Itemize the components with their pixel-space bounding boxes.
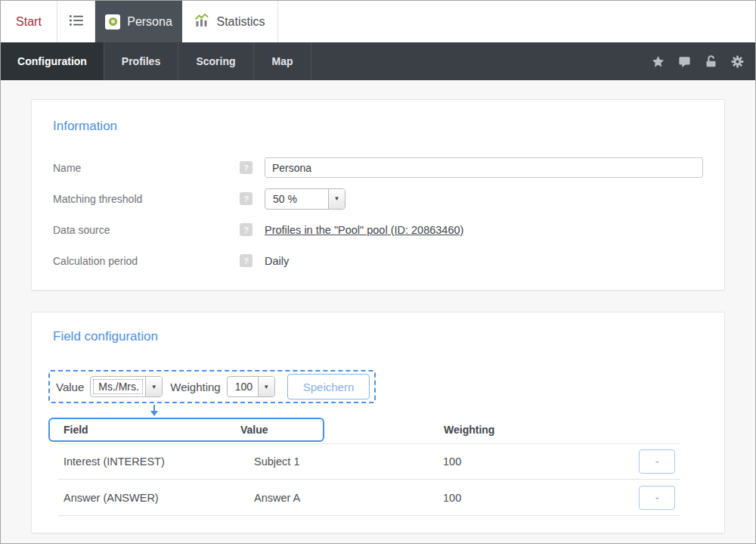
field-configuration-title: Field configuration (32, 312, 724, 344)
nav-item-label: Scoring (196, 55, 235, 67)
cell-weighting: 100 (443, 455, 639, 468)
navbar-spacer (311, 42, 651, 80)
help-icon[interactable]: ? (240, 254, 253, 267)
main-content: Information Name ? Matching threshold ? … (1, 80, 755, 533)
tab-persona[interactable]: Persona (95, 1, 182, 42)
information-panel: Information Name ? Matching threshold ? … (31, 99, 725, 291)
star-icon[interactable] (651, 54, 665, 69)
chevron-down-icon: ▼ (328, 189, 345, 209)
nav-item-scoring[interactable]: Scoring (178, 42, 254, 80)
nav-item-map[interactable]: Map (254, 42, 311, 80)
name-row: Name ? (53, 152, 703, 183)
tab-start[interactable]: Start (1, 1, 57, 42)
information-rows: Name ? Matching threshold ? 50 % ▼ (32, 134, 724, 290)
value-select[interactable]: Ms./Mrs. ▼ (90, 376, 163, 397)
data-source-row: Data source ? Profiles in the "Pool" poo… (53, 214, 703, 245)
calculation-period-value: Daily (265, 255, 289, 267)
value-label: Value (54, 381, 84, 393)
column-header-field: Field (50, 424, 240, 436)
table-row: Interest (INTEREST) Subject 1 100 - (58, 443, 680, 480)
comment-icon[interactable] (677, 54, 692, 69)
list-icon (68, 13, 85, 31)
app-window: Start Persona (0, 0, 756, 544)
table-header-highlight: Field Value (48, 418, 324, 442)
table-row: Answer (ANSWER) Answer A 100 - (58, 480, 680, 516)
tab-persona-label: Persona (127, 15, 172, 29)
cell-value: Subject 1 (254, 455, 443, 468)
remove-row-button[interactable]: - (639, 486, 675, 510)
field-configuration-body: Value Ms./Mrs. ▼ Weighting 100 ▼ Speiche… (32, 344, 724, 533)
statistics-chart-icon (194, 13, 209, 31)
field-configuration-panel: Field configuration Value Ms./Mrs. ▼ Wei… (31, 312, 725, 533)
gear-icon[interactable] (730, 54, 745, 69)
save-button[interactable]: Speichern (287, 374, 370, 399)
persona-icon (105, 14, 120, 30)
column-header-weighting: Weighting (444, 418, 494, 442)
name-label: Name (53, 162, 240, 174)
value-select-value: Ms./Mrs. (91, 377, 145, 396)
annotation-arrow (150, 405, 159, 416)
nav-item-profiles[interactable]: Profiles (104, 42, 178, 80)
tab-start-label: Start (16, 15, 42, 29)
weighting-label: Weighting (169, 381, 220, 393)
cell-weighting: 100 (443, 492, 639, 504)
table-header-row: Field Value Weighting (48, 418, 708, 442)
matching-threshold-value: 50 % (265, 189, 328, 209)
cell-field: Answer (ANSWER) (64, 492, 254, 504)
cell-value: Answer A (254, 492, 443, 504)
weighting-select-value: 100 (228, 377, 258, 396)
data-source-label: Data source (53, 224, 240, 236)
help-icon[interactable]: ? (240, 161, 253, 174)
weighting-select[interactable]: 100 ▼ (227, 376, 275, 397)
calculation-period-row: Calculation period ? Daily (53, 245, 703, 276)
tab-list-menu[interactable] (57, 1, 95, 42)
remove-row-button[interactable]: - (639, 449, 675, 474)
name-input[interactable] (265, 157, 703, 178)
nav-item-label: Profiles (122, 55, 160, 67)
tab-statistics[interactable]: Statistics (182, 1, 278, 42)
matching-threshold-row: Matching threshold ? 50 % ▼ (53, 183, 703, 214)
nav-item-label: Configuration (17, 55, 87, 67)
table-body: Interest (INTEREST) Subject 1 100 - Answ… (58, 443, 680, 516)
column-header-value: Value (240, 424, 268, 436)
navbar-icon-group (651, 42, 755, 80)
nav-item-label: Map (272, 55, 293, 67)
calculation-period-label: Calculation period (53, 255, 240, 267)
matching-threshold-select[interactable]: 50 % ▼ (265, 188, 345, 210)
chevron-down-icon: ▼ (258, 377, 274, 396)
nav-item-configuration[interactable]: Configuration (1, 42, 104, 80)
chevron-down-icon: ▼ (145, 377, 162, 396)
help-icon[interactable]: ? (240, 223, 253, 236)
matching-threshold-label: Matching threshold (53, 193, 240, 205)
information-title: Information (32, 100, 724, 134)
cell-field: Interest (INTEREST) (64, 455, 254, 468)
help-icon[interactable]: ? (240, 192, 253, 205)
field-editor-highlight: Value Ms./Mrs. ▼ Weighting 100 ▼ Speiche… (48, 370, 376, 403)
tab-statistics-label: Statistics (216, 15, 265, 29)
unlock-icon[interactable] (704, 54, 718, 69)
section-navbar: Configuration Profiles Scoring Map (1, 42, 755, 80)
top-tab-bar: Start Persona (1, 1, 755, 42)
data-source-link[interactable]: Profiles in the "Pool" pool (ID: 2086346… (265, 224, 463, 236)
